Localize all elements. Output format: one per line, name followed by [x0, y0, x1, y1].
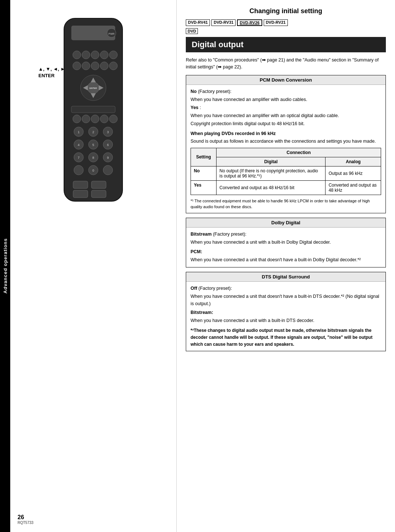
digital-output-description: Refer also to "Common procedures" (➡ pag…	[186, 57, 386, 71]
row1-setting: No	[191, 166, 217, 180]
svg-rect-52	[91, 190, 106, 198]
model-tag-rv26: DVD-RV26	[237, 19, 262, 26]
dolby-bitstream-preset: (Factory preset):	[213, 232, 247, 237]
svg-point-10	[82, 62, 90, 70]
dts-section-content: Off (Factory preset): When you have conn…	[186, 282, 385, 351]
svg-point-45	[74, 165, 83, 175]
section-header: Changing initial setting	[186, 7, 386, 15]
dts-bitstream-text: When you have connected a unit with a bu…	[191, 317, 381, 324]
pcm-no-line: No (Factory preset):	[191, 88, 381, 95]
pcm-section: PCM Down Conversion No (Factory preset):…	[186, 75, 386, 213]
svg-point-11	[91, 62, 99, 70]
dts-off-line: Off (Factory preset):	[191, 285, 381, 292]
svg-text:8: 8	[92, 156, 94, 160]
svg-point-26	[109, 115, 117, 123]
playing-dvd-header: When playing DVDs recorded in 96 kHz	[191, 131, 381, 136]
table-row: No No output (If there is no copyright p…	[191, 166, 381, 180]
remote-arrow-label: ▲, ▼, ◄, ►ENTER	[38, 66, 82, 79]
table-setting-header: Setting	[191, 148, 217, 166]
sidebar-label: Advanced operations	[3, 238, 8, 293]
svg-point-8	[109, 51, 117, 59]
model-tag-rv41: DVD-RV41	[186, 19, 210, 26]
model-tag-dvd: DVD	[186, 28, 198, 34]
svg-text:ENTER: ENTER	[90, 87, 97, 89]
svg-rect-49	[73, 181, 88, 188]
row2-setting: Yes	[191, 180, 217, 195]
dts-off-preset: (Factory preset):	[199, 286, 232, 291]
dolby-section-title: Dolby Digital	[186, 218, 385, 228]
pcm-no-label: No	[191, 89, 197, 94]
remote-control-image: PWR	[49, 15, 137, 205]
table-digital-header: Digital	[217, 157, 326, 166]
pcm-no-preset: (Factory preset):	[198, 89, 232, 94]
dts-bitstream-label: Bitstream:	[191, 310, 213, 315]
pcm-yes-line: Yes :	[191, 104, 381, 111]
digital-output-title: Digital output	[186, 37, 386, 52]
pcm-no-text: When you have connected an amplifier wit…	[191, 96, 381, 103]
dts-off-label: Off	[191, 286, 197, 291]
pcm-section-title: PCM Down Conversion	[186, 75, 385, 85]
right-panel: Changing initial setting DVD-RV41 DVD-RV…	[177, 0, 395, 532]
dolby-bitstream-line: Bitstream (Factory preset):	[191, 231, 381, 238]
model-tag-rv31: DVD-RV31	[211, 19, 236, 26]
pcm-yes-label: Yes	[191, 105, 199, 110]
svg-point-23	[82, 115, 90, 123]
svg-text:7: 7	[78, 156, 79, 160]
dolby-bitstream-text: When you have connected a unit with a bu…	[191, 239, 381, 246]
pcm-copyright-text: Copyright protection limits digital outp…	[191, 120, 381, 127]
row1-digital: No output (If there is no copyright prot…	[217, 166, 326, 180]
model-tags: DVD-RV41 DVD-RV31 DVD-RV26 DVD-RV21	[186, 19, 386, 26]
svg-point-24	[91, 115, 99, 123]
doc-number: RQT5733	[18, 521, 33, 525]
row2-analog: Converted and output as 48 kHz	[326, 180, 381, 195]
left-panel: PWR	[10, 0, 177, 532]
svg-point-22	[73, 115, 81, 123]
dolby-pcm-label: PCM:	[191, 249, 202, 254]
pcm-yes-colon: :	[200, 105, 201, 110]
dts-section-title: DTS Digital Surround	[186, 272, 385, 282]
dolby-section-content: Bitstream (Factory preset): When you hav…	[186, 228, 385, 267]
page-number-area: 26 RQT5733	[18, 514, 33, 525]
sidebar-panel: Advanced operations	[0, 0, 10, 532]
dts-warning: *²These changes to digital audio output …	[191, 327, 381, 348]
remote-container: PWR	[18, 7, 169, 79]
svg-point-13	[109, 62, 117, 70]
row1-analog: Output as 96 kHz	[326, 166, 381, 180]
pcm-footnote: *¹ The connected equipment must be able …	[191, 198, 381, 210]
svg-point-5	[82, 51, 90, 59]
model-tags-dvd: DVD	[186, 28, 386, 34]
svg-text:4: 4	[78, 143, 79, 147]
pcm-yes-text: When you have connected an amplifier wit…	[191, 112, 381, 119]
dts-section: DTS Digital Surround Off (Factory preset…	[186, 272, 386, 352]
svg-point-48	[103, 165, 113, 175]
svg-text:3: 3	[107, 130, 109, 134]
table-connection-header: Connection	[217, 148, 381, 157]
svg-point-6	[91, 51, 99, 59]
svg-rect-21	[71, 106, 115, 113]
dts-bitstream-line: Bitstream:	[191, 309, 381, 316]
dts-off-text: When you have connected a unit that does…	[191, 293, 381, 307]
svg-text:9: 9	[107, 156, 109, 160]
playing-dvd-desc: Sound is output as follows in accordance…	[191, 138, 381, 145]
dolby-pcm-text: When you have connected a unit that does…	[191, 256, 381, 263]
model-tag-rv21: DVD-RV21	[264, 19, 288, 26]
svg-point-25	[100, 115, 108, 123]
svg-rect-50	[91, 181, 106, 188]
svg-point-4	[73, 51, 81, 59]
svg-text:0: 0	[92, 169, 94, 172]
connection-table: Setting Connection Digital Analog No No …	[191, 148, 381, 195]
svg-point-7	[100, 51, 108, 59]
svg-point-12	[100, 62, 108, 70]
row2-digital: Converted and output as 48 kHz/16 bit	[217, 180, 326, 195]
dolby-pcm-line: PCM:	[191, 248, 381, 255]
svg-text:5: 5	[92, 143, 94, 147]
svg-text:PWR: PWR	[109, 33, 114, 35]
arrow-label-text: ▲, ▼, ◄, ►ENTER	[38, 66, 82, 79]
dolby-section: Dolby Digital Bitstream (Factory preset)…	[186, 218, 386, 267]
pcm-section-content: No (Factory preset): When you have conne…	[186, 85, 385, 213]
table-analog-header: Analog	[326, 157, 381, 166]
svg-text:2: 2	[92, 130, 94, 134]
table-row: Yes Converted and output as 48 kHz/16 bi…	[191, 180, 381, 195]
svg-text:1: 1	[78, 130, 79, 134]
page-number: 26	[18, 514, 33, 521]
